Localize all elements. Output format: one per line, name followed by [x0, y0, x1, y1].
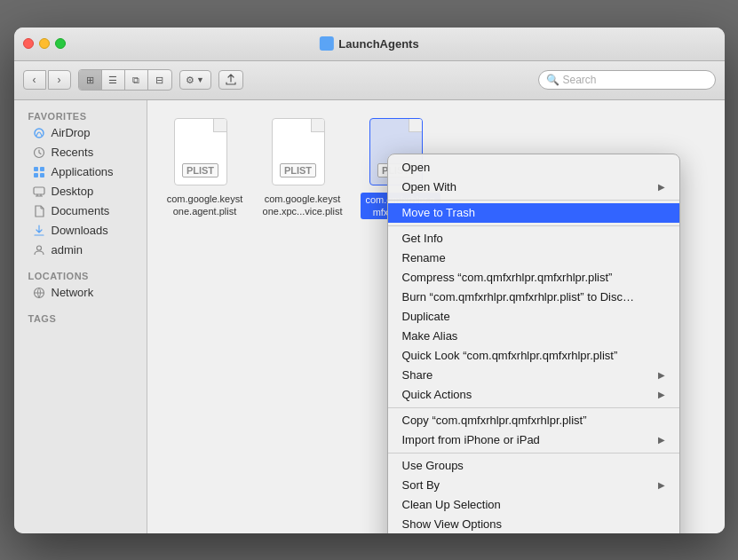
action-button[interactable]: ⚙ ▼: [179, 70, 211, 90]
toolbar: ‹ › ⊞ ☰ ⧉ ⊟ ⚙ ▼ 🔍 Search: [14, 61, 725, 100]
desktop-icon: [32, 185, 46, 199]
menu-item-show-view-options[interactable]: Show View Options: [388, 515, 679, 533]
finder-window: LaunchAgents ‹ › ⊞ ☰ ⧉ ⊟ ⚙ ▼ 🔍 Search: [14, 28, 725, 533]
menu-item-open[interactable]: Open: [388, 158, 679, 177]
file-item[interactable]: PLIST com.google.keystone.xpc...vice.pli…: [263, 118, 343, 218]
tags-header: Tags: [14, 310, 147, 326]
submenu-arrow-icon: ▶: [658, 390, 665, 399]
menu-item-rename[interactable]: Rename: [388, 248, 679, 268]
menu-item-get-info[interactable]: Get Info: [388, 229, 679, 248]
svg-point-0: [35, 129, 44, 138]
menu-item-open-with[interactable]: Open With ▶: [388, 177, 679, 197]
menu-item-sort-by-label: Sort By: [402, 478, 658, 492]
menu-separator: [388, 200, 679, 201]
menu-item-use-groups[interactable]: Use Groups: [388, 456, 679, 476]
menu-item-open-label: Open: [402, 161, 665, 174]
list-view-button[interactable]: ☰: [102, 70, 125, 90]
search-box[interactable]: 🔍 Search: [538, 70, 716, 90]
menu-item-use-groups-label: Use Groups: [402, 459, 665, 472]
menu-item-show-view-options-label: Show View Options: [402, 517, 665, 531]
menu-item-quick-actions-label: Quick Actions: [402, 388, 658, 401]
menu-item-share-label: Share: [402, 368, 658, 382]
context-menu: Open Open With ▶ Move to Trash Get Info …: [387, 154, 680, 533]
share-icon: [225, 74, 237, 86]
menu-item-burn-label: Burn “com.qmfxrhlpr.qmfxrhlpr.plist” to …: [402, 290, 665, 304]
search-placeholder: Search: [563, 74, 597, 86]
menu-item-copy[interactable]: Copy “com.qmfxrhlpr.qmfxrhlpr.plist”: [388, 411, 679, 430]
menu-item-open-with-label: Open With: [402, 180, 658, 193]
close-button[interactable]: [23, 38, 34, 49]
network-icon: [32, 286, 46, 300]
menu-item-burn[interactable]: Burn “com.qmfxrhlpr.qmfxrhlpr.plist” to …: [388, 288, 679, 307]
airdrop-label: AirDrop: [52, 126, 91, 139]
svg-rect-3: [40, 167, 44, 171]
window-title: LaunchAgents: [338, 37, 418, 51]
svg-rect-5: [40, 173, 44, 177]
menu-item-import[interactable]: Import from iPhone or iPad ▶: [388, 430, 679, 450]
minimize-button[interactable]: [39, 38, 50, 49]
file-icon: PLIST: [174, 118, 236, 189]
icon-view-button[interactable]: ⊞: [79, 70, 102, 90]
gallery-view-button[interactable]: ⊟: [148, 70, 171, 90]
clock-icon: [32, 146, 46, 160]
downloads-label: Downloads: [52, 224, 108, 237]
network-label: Network: [52, 286, 94, 299]
menu-item-move-to-trash[interactable]: Move to Trash: [388, 203, 679, 223]
admin-label: admin: [52, 243, 83, 256]
window-title-area: LaunchAgents: [319, 36, 418, 51]
locations-header: Locations: [14, 267, 147, 283]
svg-rect-6: [34, 187, 44, 194]
desktop-label: Desktop: [52, 185, 94, 198]
menu-item-copy-label: Copy “com.qmfxrhlpr.qmfxrhlpr.plist”: [402, 414, 665, 427]
menu-item-share[interactable]: Share ▶: [388, 366, 679, 385]
menu-item-make-alias[interactable]: Make Alias: [388, 327, 679, 346]
menu-item-rename-label: Rename: [402, 251, 665, 264]
back-button[interactable]: ‹: [23, 70, 46, 90]
nav-buttons: ‹ ›: [23, 70, 71, 90]
sidebar-item-network[interactable]: Network: [18, 283, 143, 303]
gear-icon: ⚙: [186, 75, 194, 86]
titlebar: LaunchAgents: [14, 28, 725, 61]
menu-item-duplicate[interactable]: Duplicate: [388, 307, 679, 327]
sidebar-item-downloads[interactable]: Downloads: [18, 221, 143, 241]
chevron-down-icon: ▼: [196, 75, 204, 84]
folder-icon: [319, 36, 333, 51]
traffic-lights: [23, 38, 66, 49]
menu-item-compress[interactable]: Compress “com.qmfxrhlpr.qmfxrhlpr.plist”: [388, 268, 679, 288]
person-icon: [32, 243, 46, 257]
share-button[interactable]: [218, 70, 243, 90]
menu-item-import-label: Import from iPhone or iPad: [402, 433, 658, 446]
favorites-header: Favorites: [14, 107, 147, 123]
menu-item-quick-actions[interactable]: Quick Actions ▶: [388, 385, 679, 405]
menu-separator: [388, 407, 679, 408]
file-name-label: com.google.keystone.xpc...vice.plist: [263, 193, 343, 218]
menu-separator: [388, 453, 679, 454]
submenu-arrow-icon: ▶: [658, 370, 665, 380]
documents-label: Documents: [52, 204, 110, 217]
menu-item-sort-by[interactable]: Sort By ▶: [388, 476, 679, 495]
menu-item-get-info-label: Get Info: [402, 232, 665, 245]
sidebar-item-airdrop[interactable]: AirDrop: [18, 123, 143, 143]
menu-item-clean-up-label: Clean Up Selection: [402, 498, 665, 511]
forward-button[interactable]: ›: [48, 70, 71, 90]
menu-item-clean-up[interactable]: Clean Up Selection: [388, 495, 679, 515]
submenu-arrow-icon: ▶: [658, 435, 665, 445]
search-icon: 🔍: [546, 74, 559, 86]
sidebar-item-admin[interactable]: admin: [18, 241, 143, 260]
plist-type-label: PLIST: [182, 163, 218, 177]
sidebar-item-desktop[interactable]: Desktop: [18, 182, 143, 201]
submenu-arrow-icon: ▶: [658, 182, 665, 192]
svg-point-7: [36, 246, 41, 250]
main-area: Favorites AirDrop Recents Applications: [14, 100, 725, 533]
maximize-button[interactable]: [55, 38, 66, 49]
applications-label: Applications: [52, 165, 114, 178]
menu-item-quick-look[interactable]: Quick Look “com.qmfxrhlpr.qmfxrhlpr.plis…: [388, 346, 679, 366]
sidebar: Favorites AirDrop Recents Applications: [14, 100, 147, 533]
sidebar-item-applications[interactable]: Applications: [18, 162, 143, 182]
doc-icon: [32, 204, 46, 218]
menu-item-quick-look-label: Quick Look “com.qmfxrhlpr.qmfxrhlpr.plis…: [402, 349, 665, 362]
sidebar-item-documents[interactable]: Documents: [18, 201, 143, 221]
column-view-button[interactable]: ⧉: [125, 70, 148, 90]
sidebar-item-recents[interactable]: Recents: [18, 143, 143, 162]
file-item[interactable]: PLIST com.google.keystone.agent.plist: [165, 118, 245, 218]
